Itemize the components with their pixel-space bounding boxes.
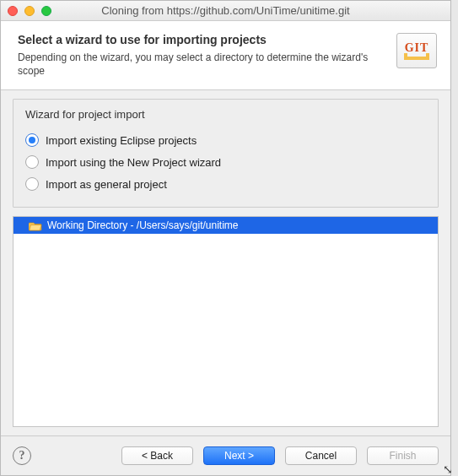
wizard-group-title: Wizard for project import	[25, 108, 426, 121]
tree-row-working-directory[interactable]: Working Directory - /Users/says/git/unit…	[13, 217, 438, 234]
radio-general-project[interactable]: Import as general project	[25, 173, 426, 195]
radio-import-existing[interactable]: Import existing Eclipse projects	[25, 129, 426, 151]
button-label: Next >	[224, 450, 254, 462]
window-title: Cloning from https://github.com/UniTime/…	[1, 4, 450, 17]
cancel-button[interactable]: Cancel	[285, 446, 357, 465]
directory-tree[interactable]: Working Directory - /Users/says/git/unit…	[13, 216, 439, 427]
resize-handle-icon[interactable]: ⤡	[443, 462, 453, 476]
button-label: Finish	[389, 450, 416, 462]
button-label: Cancel	[305, 450, 337, 462]
next-button[interactable]: Next >	[203, 446, 275, 465]
minimize-window-button[interactable]	[24, 6, 35, 16]
header-subtext: Depending on the wizard, you may select …	[18, 51, 388, 78]
dialog-header: Select a wizard to use for importing pro…	[1, 21, 450, 90]
header-heading: Select a wizard to use for importing pro…	[18, 33, 388, 46]
tree-row-label: Working Directory - /Users/says/git/unit…	[47, 219, 239, 231]
help-icon: ?	[19, 449, 25, 462]
radio-label: Import as general project	[46, 178, 167, 191]
git-icon: GIT	[396, 33, 437, 68]
traffic-lights	[8, 6, 51, 16]
radio-button-icon	[25, 177, 39, 191]
radio-label: Import using the New Project wizard	[46, 156, 221, 169]
zoom-window-button[interactable]	[41, 6, 51, 16]
back-button[interactable]: < Back	[121, 446, 193, 465]
radio-label: Import existing Eclipse projects	[46, 134, 197, 147]
close-window-button[interactable]	[8, 6, 18, 16]
header-text-block: Select a wizard to use for importing pro…	[18, 33, 388, 78]
radio-button-icon	[25, 155, 39, 169]
dialog-content: Wizard for project import Import existin…	[1, 90, 450, 435]
radio-new-project-wizard[interactable]: Import using the New Project wizard	[25, 151, 426, 173]
finish-button: Finish	[367, 446, 439, 465]
titlebar: Cloning from https://github.com/UniTime/…	[1, 1, 450, 21]
radio-button-icon	[25, 133, 39, 147]
dialog-window: Cloning from https://github.com/UniTime/…	[0, 0, 451, 476]
git-icon-decoration	[404, 57, 429, 60]
help-button[interactable]: ?	[13, 446, 31, 465]
folder-open-icon	[29, 220, 42, 231]
wizard-group: Wizard for project import Import existin…	[13, 99, 439, 208]
button-label: < Back	[142, 450, 173, 462]
dialog-footer: ? < Back Next > Cancel Finish	[1, 435, 450, 475]
